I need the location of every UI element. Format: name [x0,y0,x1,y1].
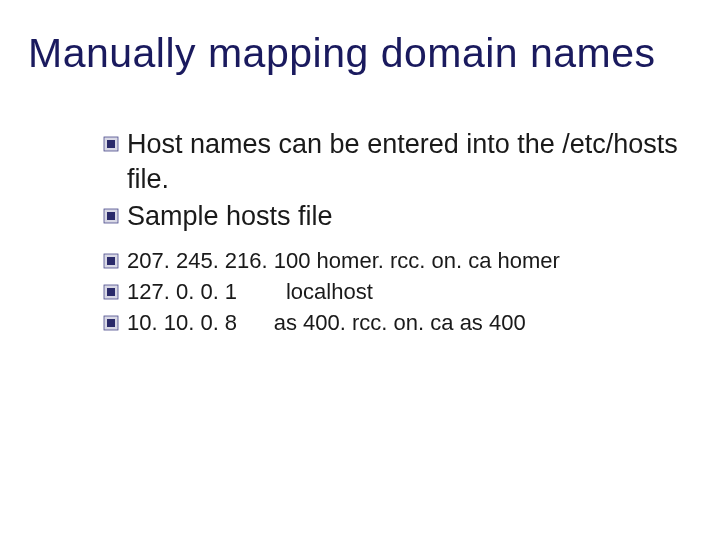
bullet-text: Host names can be entered into the /etc/… [127,127,692,197]
svg-rect-7 [107,288,115,296]
svg-rect-5 [107,257,115,265]
content-area: Host names can be entered into the /etc/… [28,127,692,337]
bullet-icon [103,253,119,269]
list-item: Host names can be entered into the /etc/… [103,127,692,197]
bullet-text: 127. 0. 0. 1 localhost [127,277,373,307]
list-item: Sample hosts file [103,199,692,234]
svg-rect-3 [107,212,115,220]
slide-title: Manually mapping domain names [28,30,692,77]
bullet-text: 10. 10. 0. 8 as 400. rcc. on. ca as 400 [127,308,526,338]
spacer [103,236,692,246]
slide: Manually mapping domain names Host names… [0,0,720,540]
svg-rect-9 [107,319,115,327]
bullet-text: 207. 245. 216. 100 homer. rcc. on. ca ho… [127,246,560,276]
bullet-icon [103,284,119,300]
svg-rect-1 [107,140,115,148]
bullet-icon [103,136,119,152]
list-item: 207. 245. 216. 100 homer. rcc. on. ca ho… [103,246,692,276]
bullet-text: Sample hosts file [127,199,333,234]
list-item: 10. 10. 0. 8 as 400. rcc. on. ca as 400 [103,308,692,338]
bullet-icon [103,315,119,331]
list-item: 127. 0. 0. 1 localhost [103,277,692,307]
bullet-icon [103,208,119,224]
